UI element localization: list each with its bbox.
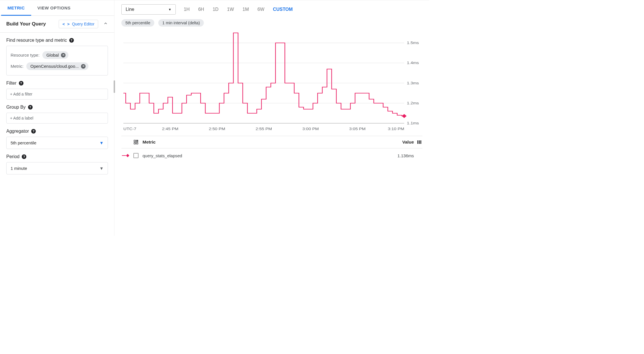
time-range-1d[interactable]: 1D xyxy=(213,7,218,12)
series-visibility-checkbox[interactable] xyxy=(133,153,139,158)
period-label: Period? xyxy=(6,154,108,159)
legend-header-row: Metric Value xyxy=(121,136,422,148)
svg-text:1.4ms: 1.4ms xyxy=(407,61,419,65)
svg-rect-23 xyxy=(417,140,418,144)
svg-text:1.3ms: 1.3ms xyxy=(407,81,419,85)
svg-text:2:45 PM: 2:45 PM xyxy=(162,127,178,131)
dropdown-icon: ▼ xyxy=(168,8,171,11)
time-range-selector: 1H6H1D1W1M6WCUSTOM xyxy=(184,7,293,12)
series-value: 1.136ms xyxy=(397,153,414,158)
group-by-label: Group By? xyxy=(6,105,108,110)
time-range-6h[interactable]: 6H xyxy=(198,7,204,12)
svg-rect-24 xyxy=(419,140,420,144)
filter-label: Filter? xyxy=(6,81,108,86)
time-range-1m[interactable]: 1M xyxy=(242,7,249,12)
resource-type-chip[interactable]: Global ✕ xyxy=(42,51,68,59)
metric-key: Metric: xyxy=(11,64,23,69)
columns-icon[interactable] xyxy=(417,140,422,145)
dashboard-icon[interactable] xyxy=(133,140,139,145)
line-chart: 1.1ms1.2ms1.3ms1.4ms1.5msUTC-72:45 PM2:5… xyxy=(121,30,422,133)
series-name: query_stats_elapsed xyxy=(143,153,397,158)
metric-chip[interactable]: OpenCensus/cloud.goo... ✕ xyxy=(26,62,88,70)
find-metric-label: Find resource type and metric? xyxy=(6,38,108,43)
left-tabbar: METRIC VIEW OPTIONS xyxy=(0,0,114,16)
svg-rect-25 xyxy=(420,140,421,144)
collapse-icon[interactable] xyxy=(103,21,108,27)
svg-text:1.1ms: 1.1ms xyxy=(407,121,419,125)
svg-rect-19 xyxy=(134,140,135,142)
dropdown-icon: ▼ xyxy=(99,166,104,171)
svg-text:2:50 PM: 2:50 PM xyxy=(209,127,225,131)
resource-metric-box[interactable]: Resource type: Global ✕ Metric: OpenCens… xyxy=(6,46,108,75)
time-range-custom[interactable]: CUSTOM xyxy=(273,7,293,12)
context-pill: 5th percentile xyxy=(121,19,154,27)
help-icon[interactable]: ? xyxy=(22,154,26,159)
query-editor-label: Query Editor xyxy=(72,22,94,26)
svg-text:3:05 PM: 3:05 PM xyxy=(349,127,366,131)
help-icon[interactable]: ? xyxy=(69,38,74,43)
period-select[interactable]: 1 minute▼ xyxy=(6,162,108,174)
tab-view-options[interactable]: VIEW OPTIONS xyxy=(31,0,77,15)
remove-chip-icon[interactable]: ✕ xyxy=(61,53,66,57)
time-range-6w[interactable]: 6W xyxy=(258,7,264,12)
code-icon: < > xyxy=(62,22,70,26)
chart-type-select[interactable]: Line▼ xyxy=(121,4,176,15)
add-filter-box[interactable]: + Add a filter xyxy=(6,89,108,100)
context-pill: 1 min interval (delta) xyxy=(158,19,204,27)
resize-handle[interactable] xyxy=(114,80,115,93)
legend-metric-header[interactable]: Metric xyxy=(143,140,402,145)
time-range-1h[interactable]: 1H xyxy=(184,7,189,12)
legend-series-row: query_stats_elapsed 1.136ms xyxy=(121,148,422,163)
chart-area[interactable]: 1.1ms1.2ms1.3ms1.4ms1.5msUTC-72:45 PM2:5… xyxy=(121,30,422,133)
time-range-1w[interactable]: 1W xyxy=(227,7,234,12)
build-query-header: Build Your Query < > Query Editor xyxy=(0,16,114,33)
add-label-box[interactable]: + Add a label xyxy=(6,113,108,124)
svg-text:UTC-7: UTC-7 xyxy=(123,127,136,131)
legend-value-header[interactable]: Value xyxy=(402,140,414,145)
svg-text:1.2ms: 1.2ms xyxy=(407,101,419,105)
svg-text:3:00 PM: 3:00 PM xyxy=(303,127,319,131)
aggregator-select[interactable]: 5th percentile▼ xyxy=(6,137,108,149)
svg-text:2:55 PM: 2:55 PM xyxy=(256,127,272,131)
svg-rect-22 xyxy=(137,143,138,144)
svg-text:3:10 PM: 3:10 PM xyxy=(388,127,404,131)
chart-context-pills: 5th percentile1 min interval (delta) xyxy=(121,18,422,28)
dropdown-icon: ▼ xyxy=(99,140,104,145)
help-icon[interactable]: ? xyxy=(28,105,33,110)
remove-chip-icon[interactable]: ✕ xyxy=(81,64,86,69)
help-icon[interactable]: ? xyxy=(19,81,23,85)
resource-type-key: Resource type: xyxy=(11,53,39,57)
tab-metric[interactable]: METRIC xyxy=(1,0,31,16)
build-query-title: Build Your Query xyxy=(6,21,59,27)
series-color-marker xyxy=(122,154,131,157)
query-builder-panel: METRIC VIEW OPTIONS Build Your Query < >… xyxy=(0,0,114,236)
svg-rect-18 xyxy=(402,114,407,118)
svg-text:1.5ms: 1.5ms xyxy=(407,41,419,45)
chart-panel: Line▼ 1H6H1D1W1M6WCUSTOM 5th percentile1… xyxy=(114,0,429,236)
svg-rect-21 xyxy=(134,143,135,144)
help-icon[interactable]: ? xyxy=(31,129,36,134)
aggregator-label: Aggregator? xyxy=(6,129,108,134)
query-editor-button[interactable]: < > Query Editor xyxy=(59,20,98,28)
